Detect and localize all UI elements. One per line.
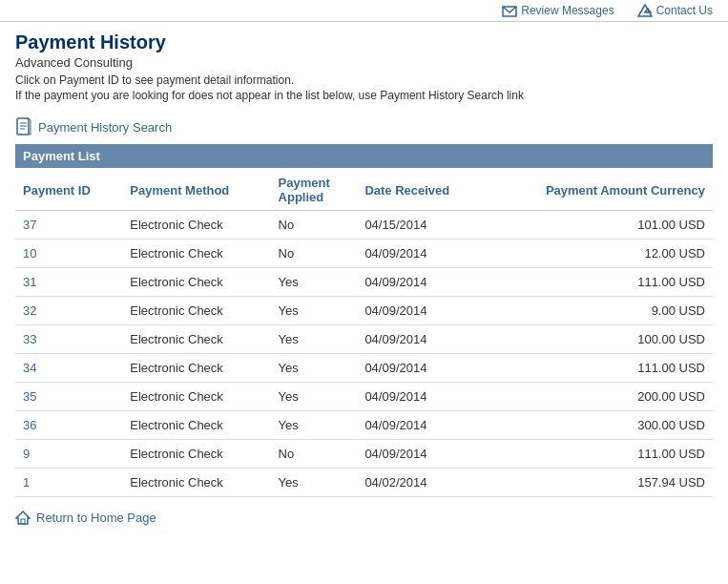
table-header-row: Payment ID Payment Method PaymentApplied…: [15, 168, 713, 211]
payment-method-cell: Electronic Check: [122, 325, 270, 354]
review-messages-link[interactable]: Review Messages: [502, 4, 614, 17]
table-row: 36Electronic CheckYes04/09/2014300.00 US…: [15, 411, 713, 440]
page-title: Payment History: [15, 31, 713, 53]
date-received-cell: 04/09/2014: [357, 240, 487, 268]
payment-id-link[interactable]: 34: [23, 361, 36, 375]
date-received-cell: 04/09/2014: [357, 268, 487, 297]
page-footer: Return to Home Page: [0, 501, 728, 534]
payment-applied-cell: Yes: [271, 411, 358, 440]
amount-currency-cell: 300.00 USD: [487, 411, 713, 440]
contact-us-link[interactable]: Contact Us: [637, 4, 713, 17]
search-link-row: Payment History Search: [0, 114, 728, 144]
amount-currency-cell: 100.00 USD: [487, 325, 713, 354]
payment-id-link[interactable]: 32: [23, 303, 36, 318]
payment-id-link[interactable]: 10: [23, 246, 36, 261]
col-payment-applied: PaymentApplied: [271, 168, 358, 211]
payment-id-link[interactable]: 33: [23, 332, 36, 346]
table-row: 37Electronic CheckNo04/15/2014101.00 USD: [15, 211, 713, 240]
payment-method-cell: Electronic Check: [122, 354, 270, 383]
payment-applied-cell: Yes: [271, 325, 358, 354]
payment-applied-cell: No: [271, 211, 358, 240]
date-received-cell: 04/09/2014: [357, 354, 487, 383]
payment-id-link[interactable]: 31: [23, 275, 36, 289]
payment-id-link[interactable]: 1: [23, 475, 30, 490]
table-row: 31Electronic CheckYes04/09/2014111.00 US…: [15, 268, 713, 297]
col-payment-id: Payment ID: [15, 168, 122, 211]
payment-method-cell: Electronic Check: [122, 211, 270, 240]
payment-method-cell: Electronic Check: [122, 240, 270, 268]
col-amount-currency: Payment Amount Currency: [487, 168, 713, 211]
date-received-cell: 04/09/2014: [357, 325, 487, 354]
table-row: 34Electronic CheckYes04/09/2014111.00 US…: [15, 354, 713, 383]
payment-table: Payment ID Payment Method PaymentApplied…: [15, 168, 713, 497]
doc-icon: [15, 117, 32, 136]
page-header: Payment History Advanced Consulting Clic…: [0, 22, 728, 114]
col-payment-method: Payment Method: [122, 168, 270, 211]
payment-table-body: 37Electronic CheckNo04/15/2014101.00 USD…: [15, 211, 713, 497]
amount-currency-cell: 12.00 USD: [487, 240, 713, 268]
payment-method-cell: Electronic Check: [122, 411, 270, 440]
payment-method-cell: Electronic Check: [122, 268, 270, 297]
date-received-cell: 04/15/2014: [357, 211, 487, 240]
payment-id-link[interactable]: 37: [23, 218, 36, 232]
instruction-1: Click on Payment ID to see payment detai…: [15, 73, 713, 87]
payment-applied-cell: Yes: [271, 297, 358, 325]
svg-marker-7: [16, 511, 30, 524]
mountain-icon: [637, 4, 653, 17]
payment-applied-cell: No: [271, 240, 358, 268]
amount-currency-cell: 111.00 USD: [487, 440, 713, 469]
amount-currency-cell: 200.00 USD: [487, 383, 713, 411]
payment-applied-cell: No: [271, 440, 358, 469]
envelope-icon: [502, 5, 517, 17]
payment-list-section: Payment List Payment ID Payment Method P…: [0, 144, 728, 497]
payment-id-link[interactable]: 35: [23, 389, 36, 404]
payment-list-header: Payment List: [15, 144, 713, 168]
company-name: Advanced Consulting: [15, 55, 713, 70]
return-home-link[interactable]: Return to Home Page: [36, 511, 156, 525]
top-nav: Review Messages Contact Us: [0, 0, 728, 22]
payment-method-cell: Electronic Check: [122, 469, 270, 497]
date-received-cell: 04/09/2014: [357, 440, 487, 469]
payment-method-cell: Electronic Check: [122, 440, 270, 469]
payment-history-search-link[interactable]: Payment History Search: [38, 120, 172, 135]
review-messages-label: Review Messages: [521, 4, 614, 17]
instruction-2: If the payment you are looking for does …: [15, 89, 713, 102]
date-received-cell: 04/02/2014: [357, 469, 487, 497]
table-row: 1Electronic CheckYes04/02/2014157.94 USD: [15, 469, 713, 497]
date-received-cell: 04/09/2014: [357, 297, 487, 325]
amount-currency-cell: 101.00 USD: [487, 211, 713, 240]
payment-applied-cell: Yes: [271, 354, 358, 383]
contact-us-label: Contact Us: [656, 4, 713, 17]
amount-currency-cell: 111.00 USD: [487, 268, 713, 297]
payment-applied-cell: Yes: [271, 383, 358, 411]
payment-id-link[interactable]: 36: [23, 418, 36, 432]
date-received-cell: 04/09/2014: [357, 383, 487, 411]
col-date-received: Date Received: [357, 168, 487, 211]
home-icon: [15, 511, 31, 525]
table-row: 33Electronic CheckYes04/09/2014100.00 US…: [15, 325, 713, 354]
amount-currency-cell: 111.00 USD: [487, 354, 713, 383]
payment-id-link[interactable]: 9: [23, 447, 30, 461]
table-row: 10Electronic CheckNo04/09/201412.00 USD: [15, 240, 713, 268]
amount-currency-cell: 9.00 USD: [487, 297, 713, 325]
table-row: 35Electronic CheckYes04/09/2014200.00 US…: [15, 383, 713, 411]
date-received-cell: 04/09/2014: [357, 411, 487, 440]
table-row: 32Electronic CheckYes04/09/20149.00 USD: [15, 297, 713, 325]
payment-method-cell: Electronic Check: [122, 297, 270, 325]
payment-applied-cell: Yes: [271, 268, 358, 297]
payment-method-cell: Electronic Check: [122, 383, 270, 411]
payment-applied-cell: Yes: [271, 469, 358, 497]
table-row: 9Electronic CheckNo04/09/2014111.00 USD: [15, 440, 713, 469]
amount-currency-cell: 157.94 USD: [487, 469, 713, 497]
